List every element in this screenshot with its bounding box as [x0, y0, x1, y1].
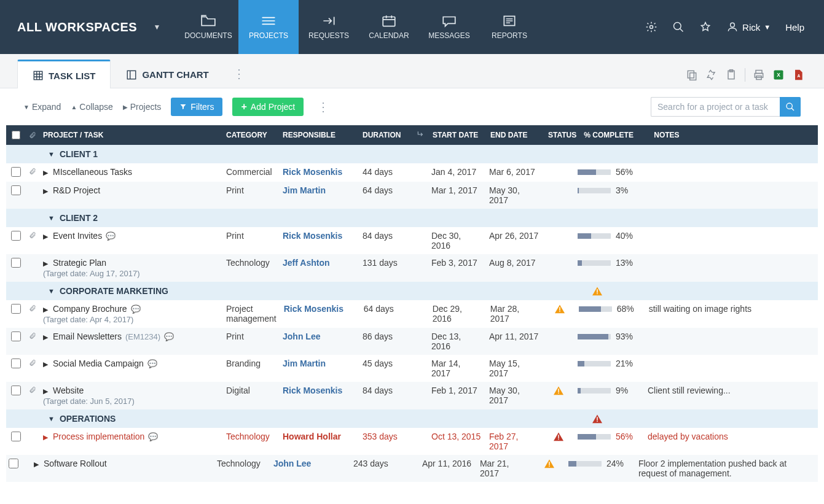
clipboard-icon[interactable]: [725, 69, 737, 81]
help-link[interactable]: Help: [785, 22, 804, 33]
group-row[interactable]: ▼CORPORATE MARKETING: [6, 282, 818, 300]
col-status[interactable]: STATUS: [544, 131, 580, 139]
row-attachment[interactable]: [26, 167, 39, 176]
expand-icon[interactable]: ▶: [34, 460, 39, 468]
table-row[interactable]: ▶R&D ProjectPrintJim Martin64 daysMar 1,…: [6, 182, 818, 209]
star-icon[interactable]: [699, 21, 712, 33]
table-row[interactable]: ▶Software RolloutTechnologyJohn Lee243 d…: [6, 455, 818, 482]
row-checkbox[interactable]: [6, 167, 26, 177]
col-pct[interactable]: % COMPLETE: [580, 131, 650, 139]
select-all[interactable]: [6, 131, 26, 139]
project-name[interactable]: Email Newsletters: [53, 331, 122, 341]
comment-icon[interactable]: 💬: [148, 432, 158, 441]
collapse-all[interactable]: ▲Collapse: [71, 102, 112, 112]
row-checkbox[interactable]: [6, 386, 26, 395]
excel-icon[interactable]: X: [772, 69, 785, 81]
toolbar-more[interactable]: ⋮: [313, 99, 333, 114]
row-attachment[interactable]: [26, 359, 39, 367]
row-attachment[interactable]: [26, 231, 39, 239]
nav-requests[interactable]: REQUESTS: [299, 0, 359, 54]
row-checkbox[interactable]: [6, 258, 26, 268]
expand-icon[interactable]: ▶: [43, 333, 48, 341]
expand-icon[interactable]: ▶: [43, 260, 48, 267]
tab-gantt[interactable]: GANTT CHART: [111, 60, 224, 88]
expand-icon[interactable]: ▶: [43, 187, 48, 195]
comment-icon[interactable]: 💬: [106, 231, 116, 241]
project-name[interactable]: Social Media Campaign: [53, 359, 144, 368]
recycle-icon[interactable]: [705, 69, 718, 81]
row-checkbox[interactable]: [6, 185, 26, 195]
cell-responsible[interactable]: Rick Mosenkis: [283, 231, 342, 241]
table-row[interactable]: ▶Strategic Plan(Target date: Aug 17, 201…: [6, 254, 818, 282]
nav-documents[interactable]: DOCUMENTS: [178, 0, 238, 54]
group-row[interactable]: ▼OPERATIONS: [6, 409, 818, 428]
gear-icon[interactable]: [645, 21, 657, 33]
col-notes[interactable]: NOTES: [650, 131, 818, 139]
user-menu[interactable]: Rick ▼: [726, 21, 771, 33]
project-name[interactable]: MIscellaneous Tasks: [53, 167, 132, 177]
project-name[interactable]: Event Invites: [53, 231, 102, 241]
expand-icon[interactable]: ▶: [43, 387, 48, 395]
nav-messages[interactable]: MESSAGES: [419, 0, 479, 54]
workspace-dropdown[interactable]: ALL WORKSPACES ▼: [0, 0, 178, 54]
nav-projects[interactable]: PROJECTS: [238, 0, 299, 54]
expand-icon[interactable]: ▶: [43, 433, 48, 441]
project-name[interactable]: Process implementation: [53, 432, 144, 441]
group-row[interactable]: ▼CLIENT 2: [6, 209, 818, 227]
table-row[interactable]: ▶Company Brochure💬(Target date: Apr 4, 2…: [6, 300, 818, 328]
col-responsible[interactable]: RESPONSIBLE: [279, 131, 359, 139]
project-name[interactable]: Strategic Plan: [53, 258, 106, 268]
print-icon[interactable]: [753, 69, 765, 81]
expand-icon[interactable]: ▶: [43, 360, 48, 368]
row-attachment[interactable]: [26, 304, 39, 312]
search-input[interactable]: [651, 97, 780, 117]
expand-icon[interactable]: ▶: [43, 306, 48, 313]
tab-more[interactable]: ⋮: [224, 60, 254, 88]
row-attachment[interactable]: [26, 386, 39, 394]
tab-task-list[interactable]: TASK LIST: [17, 60, 111, 88]
nav-calendar[interactable]: CALENDAR: [359, 0, 419, 54]
row-checkbox[interactable]: [6, 359, 26, 368]
table-row[interactable]: ▶Social Media Campaign💬BrandingJim Marti…: [6, 355, 818, 382]
row-checkbox[interactable]: [6, 304, 26, 314]
cell-responsible[interactable]: Howard Hollar: [283, 432, 341, 441]
col-end[interactable]: END DATE: [487, 131, 544, 139]
comment-icon[interactable]: 💬: [131, 304, 141, 314]
cell-responsible[interactable]: John Lee: [273, 459, 311, 468]
cell-responsible[interactable]: Jeff Ashton: [283, 258, 329, 268]
col-attachment[interactable]: [26, 131, 39, 139]
copy-icon[interactable]: [686, 69, 698, 81]
col-category[interactable]: CATEGORY: [222, 131, 279, 139]
cell-responsible[interactable]: Jim Martin: [283, 185, 326, 195]
filters-button[interactable]: Filters: [171, 98, 222, 116]
table-row[interactable]: ▶Email Newsletters(EM1234)💬PrintJohn Lee…: [6, 328, 818, 355]
expand-icon[interactable]: ▶: [43, 169, 48, 176]
group-row[interactable]: ▼CLIENT 1: [6, 145, 818, 163]
comment-icon[interactable]: 💬: [164, 332, 174, 341]
row-checkbox[interactable]: [6, 331, 26, 341]
table-row[interactable]: ▶Process implementation💬TechnologyHoward…: [6, 428, 818, 455]
col-duration[interactable]: DURATION: [359, 131, 413, 139]
col-subtask[interactable]: [413, 130, 429, 141]
row-checkbox[interactable]: [6, 231, 26, 241]
pdf-icon[interactable]: A: [792, 69, 804, 81]
add-project-button[interactable]: +Add Project: [232, 98, 304, 116]
project-name[interactable]: Company Brochure: [53, 304, 127, 314]
expand-icon[interactable]: ▶: [43, 233, 48, 240]
cell-responsible[interactable]: Rick Mosenkis: [283, 167, 342, 177]
cell-responsible[interactable]: Rick Mosenkis: [283, 386, 342, 395]
row-checkbox[interactable]: [6, 432, 26, 441]
comment-icon[interactable]: 💬: [147, 359, 157, 368]
col-start[interactable]: START DATE: [429, 131, 487, 139]
cell-responsible[interactable]: John Lee: [283, 331, 320, 341]
search-icon[interactable]: [672, 21, 685, 33]
row-checkbox[interactable]: [6, 459, 20, 468]
table-row[interactable]: ▶Website(Target date: Jun 5, 2017)Digita…: [6, 382, 818, 409]
nav-reports[interactable]: REPORTS: [479, 0, 540, 54]
expand-all[interactable]: ▼Expand: [23, 102, 61, 112]
project-name[interactable]: R&D Project: [53, 185, 100, 195]
cell-responsible[interactable]: Rick Mosenkis: [284, 304, 343, 314]
project-name[interactable]: Website: [53, 386, 84, 395]
table-row[interactable]: ▶Event Invites💬PrintRick Mosenkis84 days…: [6, 227, 818, 254]
cell-responsible[interactable]: Jim Martin: [283, 359, 326, 368]
